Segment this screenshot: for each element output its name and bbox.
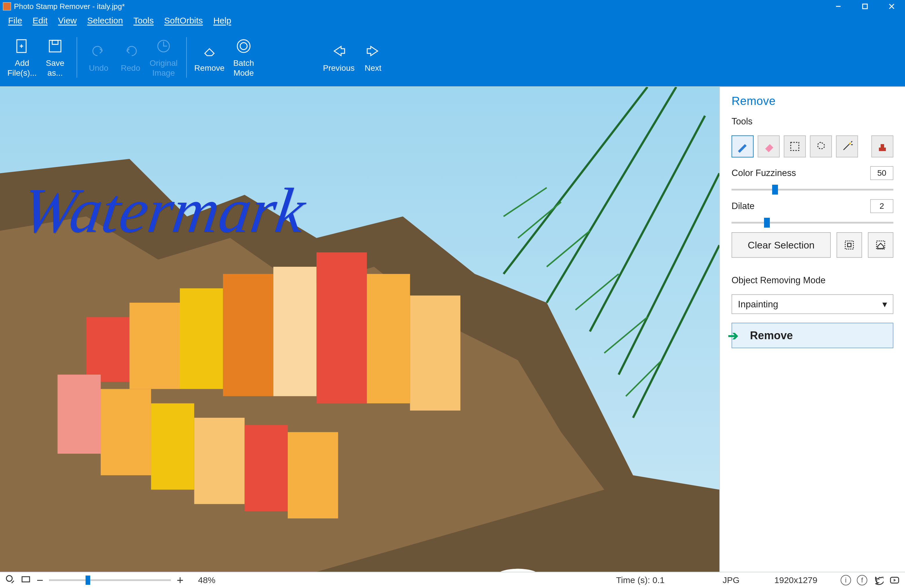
svg-rect-54 <box>845 241 853 249</box>
svg-rect-29 <box>245 425 288 512</box>
svg-rect-53 <box>881 144 884 147</box>
photo-image <box>0 87 719 572</box>
menu-view[interactable]: View <box>58 16 76 25</box>
titlebar: Photo Stamp Remover - italy.jpg* <box>0 0 905 13</box>
tool-eraser[interactable] <box>757 135 780 157</box>
image-canvas[interactable]: Watermark <box>0 86 719 572</box>
svg-rect-7 <box>49 40 61 52</box>
dilate-label: Dilate <box>732 201 754 211</box>
twitter-icon[interactable] <box>873 575 884 585</box>
status-format: JPG <box>722 575 739 585</box>
menu-tools[interactable]: Tools <box>133 16 154 25</box>
svg-rect-24 <box>410 295 460 410</box>
svg-marker-10 <box>205 49 214 55</box>
svg-rect-47 <box>791 143 799 151</box>
svg-rect-18 <box>129 303 180 389</box>
chevron-down-icon: ▾ <box>882 299 887 310</box>
save-selection-button[interactable] <box>837 232 862 258</box>
svg-point-11 <box>240 43 247 49</box>
menu-edit[interactable]: Edit <box>32 16 48 25</box>
undo-button[interactable]: Undo <box>84 34 113 81</box>
zoom-fit-icon[interactable] <box>21 574 31 586</box>
gear-icon <box>234 37 253 55</box>
tool-lasso-select[interactable] <box>810 135 832 157</box>
svg-rect-22 <box>316 252 367 403</box>
arrow-right-icon: ➔ <box>728 328 738 343</box>
color-fuzziness-slider[interactable] <box>732 189 893 190</box>
zoom-slider[interactable] <box>49 579 171 581</box>
svg-rect-17 <box>86 317 130 382</box>
menu-selection[interactable]: Selection <box>87 16 123 25</box>
mode-dropdown[interactable]: Inpainting ▾ <box>732 294 893 314</box>
svg-rect-23 <box>367 274 410 403</box>
svg-line-50 <box>851 141 852 143</box>
svg-point-49 <box>849 143 851 144</box>
close-button[interactable] <box>878 0 905 13</box>
save-as-button[interactable]: Save as... <box>41 34 70 81</box>
svg-marker-45 <box>738 144 746 153</box>
previous-button[interactable]: Previous <box>323 34 354 81</box>
tool-clone-stamp[interactable] <box>872 135 893 157</box>
remove-toolbar-button[interactable]: Remove <box>194 34 225 81</box>
svg-line-48 <box>843 144 849 150</box>
menu-help[interactable]: Help <box>213 16 231 25</box>
next-button[interactable]: Next <box>357 34 389 81</box>
add-file-icon <box>13 37 31 55</box>
status-bar: − + 48% Time (s): 0.1 JPG 1920x1279 i f <box>0 572 905 588</box>
svg-point-57 <box>6 575 12 581</box>
mode-label: Object Removing Mode <box>732 275 893 285</box>
svg-rect-25 <box>57 375 101 454</box>
status-dimensions: 1920x1279 <box>775 575 818 585</box>
right-panel: Remove Tools Color Fuzziness 50 Dilate 2 <box>719 86 905 572</box>
svg-rect-52 <box>879 147 886 151</box>
app-icon <box>3 2 11 10</box>
zoom-percent: 48% <box>198 575 216 585</box>
zoom-out-button[interactable]: − <box>37 574 43 587</box>
svg-point-12 <box>237 40 250 52</box>
eraser-icon <box>200 42 219 60</box>
original-image-button[interactable]: Original Image <box>148 34 179 81</box>
tool-magic-wand[interactable] <box>836 135 858 157</box>
info-icon[interactable]: i <box>841 575 851 585</box>
svg-rect-20 <box>223 274 273 396</box>
menu-softorbits[interactable]: SoftOrbits <box>164 16 203 25</box>
clear-selection-button[interactable]: Clear Selection <box>732 232 831 258</box>
undo-icon <box>89 42 108 60</box>
redo-icon <box>121 42 140 60</box>
status-time: Time (s): 0.1 <box>616 575 665 585</box>
svg-rect-26 <box>101 389 151 475</box>
maximize-button[interactable] <box>852 0 878 13</box>
color-fuzziness-value[interactable]: 50 <box>870 166 893 180</box>
svg-rect-8 <box>52 40 58 44</box>
add-files-button[interactable]: Add File(s)... <box>6 34 38 81</box>
minimize-button[interactable] <box>825 0 852 13</box>
svg-rect-19 <box>180 288 223 389</box>
zoom-in-button[interactable]: + <box>177 574 183 587</box>
tool-rectangle-select[interactable] <box>784 135 806 157</box>
tools-label: Tools <box>732 116 893 127</box>
svg-rect-30 <box>288 432 338 518</box>
remove-button[interactable]: ➔ Remove <box>732 323 893 348</box>
dilate-value[interactable]: 2 <box>870 199 893 213</box>
svg-rect-59 <box>22 577 30 582</box>
svg-line-58 <box>12 581 14 583</box>
zoom-actual-icon[interactable] <box>5 574 15 586</box>
svg-rect-1 <box>863 4 867 9</box>
batch-mode-button[interactable]: Batch Mode <box>228 34 259 81</box>
menu-file[interactable]: File <box>8 16 22 25</box>
toolbar: Add File(s)... Save as... Undo Redo Orig… <box>0 29 905 86</box>
svg-rect-27 <box>151 403 194 490</box>
svg-marker-13 <box>334 46 345 55</box>
youtube-icon[interactable] <box>889 575 900 585</box>
arrow-right-icon <box>364 42 382 60</box>
svg-rect-21 <box>273 267 316 396</box>
load-selection-button[interactable] <box>868 232 893 258</box>
svg-rect-28 <box>194 418 245 504</box>
redo-button[interactable]: Redo <box>116 34 145 81</box>
facebook-icon[interactable]: f <box>857 575 867 585</box>
tool-marker[interactable] <box>732 135 754 157</box>
svg-marker-14 <box>367 46 378 55</box>
arrow-left-icon <box>330 42 348 60</box>
dilate-slider[interactable] <box>732 222 893 223</box>
watermark-text: Watermark <box>18 174 310 247</box>
